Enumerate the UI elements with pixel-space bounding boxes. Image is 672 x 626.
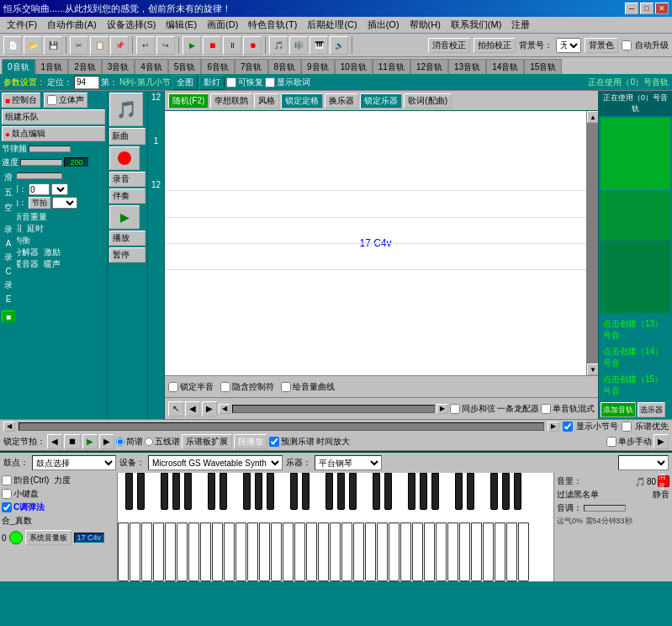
jianpu-radio[interactable] [116,438,124,446]
next-btn[interactable]: ▶ [202,401,217,416]
tb-play[interactable]: ▶ [183,36,201,55]
black-key[interactable] [243,473,251,510]
tab-track-15[interactable]: 15音轨 [524,59,562,74]
bejinghao-select[interactable]: 无 [556,38,581,53]
create-track-15[interactable]: 点击创建（15）号音 [601,372,670,399]
black-key[interactable] [161,473,168,510]
black-key[interactable] [325,473,333,510]
stop-ctrl-btn[interactable]: ⏹ [64,434,81,449]
tb-music2[interactable]: 🎼 [289,36,308,55]
menu-edit[interactable]: 编辑(E) [161,17,202,33]
liti-btn[interactable]: 立体声 [44,93,87,108]
menu-register[interactable]: 注册 [506,17,535,33]
tb-record[interactable]: ⏺ [243,36,262,55]
tb-music1[interactable]: 🎵 [269,36,288,55]
geci-btn[interactable]: 歌词(配曲) [404,93,452,109]
black-key[interactable] [137,473,145,510]
white-key[interactable] [495,523,505,581]
white-key[interactable] [306,523,317,581]
shebei-select[interactable]: Microsoft GS Wavetable Synth [148,455,283,470]
cha-slider[interactable] [12,172,62,179]
vertical-scrollbar[interactable]: ▲ ▼ [586,111,598,375]
black-key[interactable] [373,473,380,510]
luyin-btn[interactable]: 录音 [109,172,146,187]
white-key[interactable] [471,523,482,581]
bofang-btn[interactable]: 播放 [109,231,146,246]
danyin-check[interactable] [541,404,551,414]
autoupgrade-check[interactable] [622,40,632,50]
arrow-tool[interactable]: ↖ [168,401,183,416]
menu-device[interactable]: 设备选择(S) [102,17,161,33]
quanTu-btn[interactable]: 全图 [172,75,198,90]
white-key[interactable] [165,523,176,581]
xiaojiao-btn[interactable]: 消音校正 [428,38,470,53]
xinqu-btn[interactable]: 新曲 [109,128,146,145]
tab-track-2[interactable]: 2音轨 [68,59,102,74]
black-key[interactable] [455,473,463,510]
duan-play-btn[interactable]: 段播放 [234,434,267,449]
close-button[interactable]: ✕ [655,3,669,14]
xianshi-xiaojie-check[interactable] [563,422,573,432]
menu-auto-compose[interactable]: 自动作曲(A) [42,17,102,33]
white-key[interactable] [271,523,282,581]
white-key[interactable] [330,523,341,581]
tab-track-0[interactable]: 0音轨 [2,59,35,74]
black-key[interactable] [302,473,310,510]
white-key[interactable] [283,523,294,581]
create-track-14[interactable]: 点击创建（14）号音 [601,344,670,371]
tb-pause[interactable]: ⏸ [223,36,241,55]
wuxian-radio[interactable] [145,438,153,446]
yuepu-youxian-check[interactable] [622,422,632,432]
menu-file[interactable]: 文件(F) [2,17,42,33]
white-key[interactable] [459,523,470,581]
xiaojianpan-check[interactable] [2,489,12,499]
white-key[interactable] [177,523,188,581]
white-key[interactable] [436,523,447,581]
black-key[interactable] [490,473,498,510]
tb-paste[interactable]: 📌 [110,36,129,55]
black-key[interactable] [408,473,415,510]
white-key[interactable] [259,523,270,581]
white-key[interactable] [400,523,411,581]
kongtai-btn[interactable]: ■ 控制台 [2,93,40,108]
black-key[interactable] [290,473,298,510]
tab-track-3[interactable]: 3音轨 [102,59,135,74]
jiepa-select[interactable] [52,197,77,209]
tab-track-10[interactable]: 10音轨 [335,59,373,74]
yingdeng-btn[interactable]: 影灯 [199,75,225,90]
white-key[interactable] [224,523,235,581]
xitong-btn[interactable]: 系统音量板 [25,530,71,545]
lianlian-btn[interactable]: 孪想联鹊 [210,93,252,109]
expand-btn[interactable]: ▶ [653,434,669,449]
tab-track-11[interactable]: 11音轨 [373,59,410,74]
huanqi-btn[interactable]: 换乐器 [325,93,358,109]
black-key[interactable] [384,473,392,510]
tb-open[interactable]: 📂 [24,36,42,55]
dan-shou-check[interactable] [606,437,616,447]
menu-special-track[interactable]: 特色音轨(T) [243,17,302,33]
tb-redo[interactable]: ↪ [156,36,175,55]
white-key[interactable] [153,523,164,581]
zujian-btn[interactable]: 组建乐队 [2,109,105,125]
scroll-down-btn[interactable]: ▼ [587,363,599,375]
tab-track-4[interactable]: 4音轨 [135,59,168,74]
biaoqing-select[interactable] [51,183,68,195]
black-key[interactable] [349,473,357,510]
tb-stop[interactable]: ⏹ [203,36,221,55]
white-key[interactable] [483,523,494,581]
jielvlv-slider[interactable] [29,146,71,152]
dingwei-input[interactable] [74,76,99,89]
liti-check[interactable] [47,95,57,105]
black-key[interactable] [172,473,180,510]
huiyin-check[interactable] [281,382,291,392]
next-ctrl-btn[interactable]: ▶ [99,434,114,449]
menu-output[interactable]: 插出(O) [362,17,405,33]
white-key[interactable] [141,523,152,581]
black-key[interactable] [255,473,262,510]
yincang-check[interactable] [220,382,230,392]
cdiao-check[interactable] [2,502,12,512]
white-key[interactable] [518,523,529,581]
h-scroll-track[interactable] [19,422,544,431]
minimize-button[interactable]: ─ [625,3,638,14]
white-key[interactable] [235,523,246,581]
